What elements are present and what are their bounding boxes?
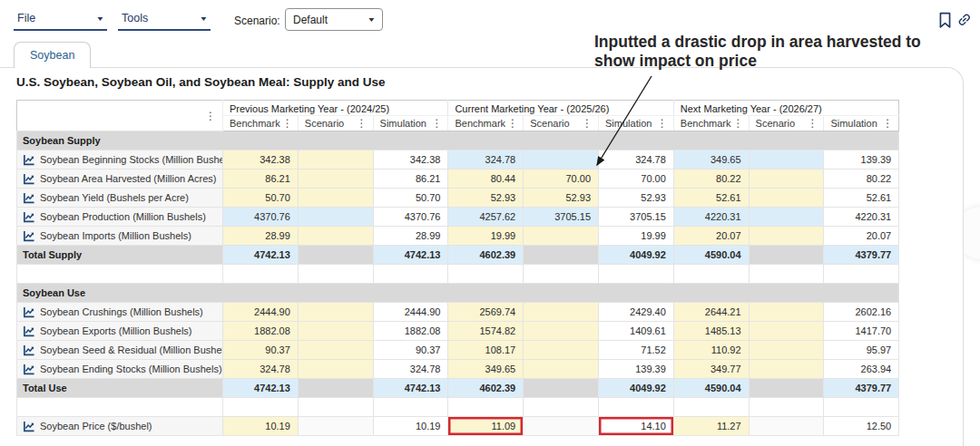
line-chart-icon[interactable] [23, 325, 34, 337]
value-cell[interactable]: 324.78 [448, 150, 524, 170]
value-cell[interactable] [298, 170, 373, 189]
value-cell[interactable]: 90.37 [223, 341, 299, 360]
value-cell[interactable]: 4590.04 [673, 246, 749, 265]
value-cell[interactable] [749, 189, 824, 208]
value-cell[interactable]: 1417.70 [824, 322, 899, 341]
value-cell[interactable] [749, 227, 824, 246]
value-cell[interactable] [298, 360, 373, 379]
value-cell[interactable]: 2602.16 [824, 303, 899, 322]
link-icon[interactable] [954, 9, 976, 32]
value-cell[interactable]: 71.52 [599, 341, 674, 360]
value-cell[interactable]: 90.37 [373, 341, 448, 360]
value-cell[interactable] [749, 208, 824, 227]
value-cell[interactable]: 4379.77 [824, 246, 899, 265]
line-chart-icon[interactable] [23, 173, 34, 185]
value-cell[interactable] [298, 189, 373, 208]
value-cell[interactable] [749, 170, 824, 189]
value-cell[interactable] [298, 341, 373, 360]
value-cell[interactable]: 52.93 [599, 189, 674, 208]
value-cell[interactable]: 4220.31 [673, 208, 749, 227]
value-cell[interactable] [524, 150, 599, 170]
value-cell[interactable] [524, 246, 599, 265]
value-cell[interactable]: 52.93 [448, 189, 524, 208]
column-menu-icon[interactable]: ⋮ [203, 112, 218, 121]
value-cell[interactable]: 52.61 [673, 189, 749, 208]
value-cell[interactable]: 139.39 [824, 150, 899, 170]
value-cell[interactable] [749, 303, 824, 322]
value-cell[interactable]: 3705.15 [524, 208, 599, 227]
value-cell[interactable]: 1409.61 [599, 322, 674, 341]
value-cell[interactable]: 3705.15 [599, 208, 674, 227]
highlighted-value-cell[interactable]: 11.09 [448, 417, 524, 436]
value-cell[interactable]: 80.44 [448, 170, 524, 189]
value-cell[interactable]: 2444.90 [223, 303, 299, 322]
value-cell[interactable]: 2444.90 [373, 303, 448, 322]
value-cell[interactable]: 10.19 [373, 417, 448, 436]
value-cell[interactable]: 19.99 [448, 227, 524, 246]
value-cell[interactable]: 2569.74 [448, 303, 524, 322]
line-chart-icon[interactable] [23, 306, 34, 318]
value-cell[interactable]: 80.22 [673, 170, 749, 189]
value-cell[interactable]: 20.07 [824, 227, 899, 246]
line-chart-icon[interactable] [23, 211, 34, 223]
value-cell[interactable] [524, 322, 599, 341]
column-menu-icon[interactable]: ⋮ [280, 119, 295, 128]
value-cell[interactable]: 263.94 [824, 360, 899, 379]
value-cell[interactable] [749, 379, 824, 398]
value-cell[interactable]: 19.99 [599, 227, 674, 246]
value-cell[interactable] [524, 379, 599, 398]
value-cell[interactable] [749, 341, 824, 360]
column-menu-icon[interactable]: ⋮ [880, 119, 895, 128]
value-cell[interactable]: 4590.04 [673, 379, 749, 398]
value-cell[interactable] [749, 150, 824, 170]
column-menu-icon[interactable]: ⋮ [580, 119, 594, 128]
line-chart-icon[interactable] [23, 344, 34, 356]
line-chart-icon[interactable] [23, 421, 34, 432]
value-cell[interactable]: 110.92 [673, 341, 749, 360]
value-cell[interactable]: 86.21 [223, 170, 299, 189]
value-cell[interactable] [524, 341, 599, 360]
column-menu-icon[interactable]: ⋮ [655, 119, 670, 128]
line-chart-icon[interactable] [23, 230, 34, 242]
value-cell[interactable]: 28.99 [373, 227, 448, 246]
value-cell[interactable]: 12.50 [824, 417, 899, 436]
value-cell[interactable]: 4742.13 [223, 379, 299, 398]
column-menu-icon[interactable]: ⋮ [805, 119, 819, 128]
value-cell[interactable]: 4220.31 [824, 208, 899, 227]
value-cell[interactable]: 86.21 [373, 170, 448, 189]
value-cell[interactable]: 28.99 [223, 227, 299, 246]
value-cell[interactable]: 50.70 [373, 189, 448, 208]
column-menu-icon[interactable]: ⋮ [429, 119, 444, 128]
value-cell[interactable] [298, 303, 373, 322]
value-cell[interactable]: 1485.13 [673, 322, 749, 341]
value-cell[interactable] [749, 322, 824, 341]
value-cell[interactable]: 52.93 [524, 189, 599, 208]
value-cell[interactable]: 324.78 [373, 360, 448, 379]
value-cell[interactable]: 349.77 [673, 360, 749, 379]
value-cell[interactable]: 4370.76 [223, 208, 299, 227]
line-chart-icon[interactable] [23, 192, 34, 204]
value-cell[interactable]: 11.27 [673, 417, 749, 436]
file-menu[interactable]: File ▼ [14, 9, 107, 31]
value-cell[interactable]: 52.61 [824, 189, 899, 208]
highlighted-value-cell[interactable]: 14.10 [599, 417, 674, 436]
value-cell[interactable] [298, 417, 373, 436]
value-cell[interactable]: 70.00 [599, 170, 674, 189]
value-cell[interactable]: 108.17 [448, 341, 524, 360]
value-cell[interactable]: 349.65 [673, 150, 749, 170]
value-cell[interactable] [749, 417, 824, 436]
value-cell[interactable]: 2644.21 [673, 303, 749, 322]
column-menu-icon[interactable]: ⋮ [505, 119, 520, 128]
value-cell[interactable]: 324.78 [599, 150, 674, 170]
value-cell[interactable] [298, 150, 373, 170]
value-cell[interactable]: 4257.62 [448, 208, 524, 227]
value-cell[interactable]: 4379.77 [824, 379, 899, 398]
line-chart-icon[interactable] [23, 154, 34, 166]
value-cell[interactable] [524, 303, 599, 322]
bookmark-icon[interactable] [937, 12, 953, 29]
column-menu-icon[interactable]: ⋮ [355, 119, 369, 128]
value-cell[interactable] [749, 360, 824, 379]
value-cell[interactable] [298, 246, 373, 265]
value-cell[interactable]: 50.70 [223, 189, 299, 208]
scenario-select[interactable]: Default ▼ [285, 8, 383, 31]
